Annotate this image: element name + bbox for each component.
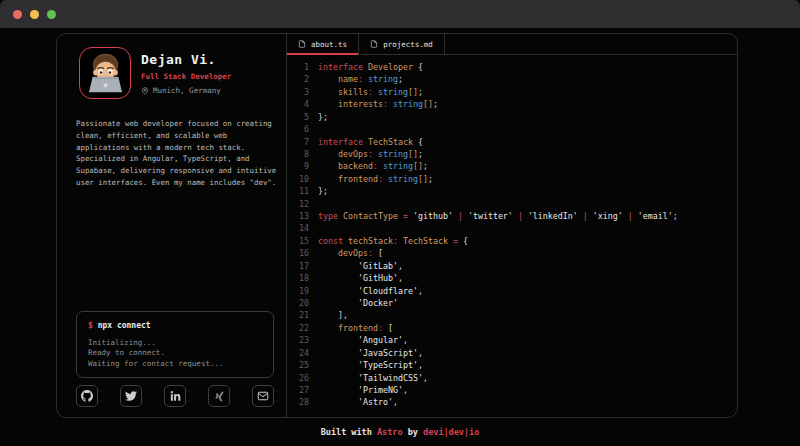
code-line: 9 backend: string[];: [287, 160, 737, 172]
code-line: 7interface TechStack {: [287, 136, 737, 148]
line-number: 17: [287, 260, 309, 272]
code-tokens: 'JavaScript',: [318, 347, 423, 359]
code-tokens: interface Developer {: [318, 61, 423, 73]
footer-text-part: Built with: [321, 427, 377, 437]
line-number: 14: [287, 222, 309, 234]
file-icon: [298, 39, 306, 49]
code-line: 10 frontend: string[];: [287, 173, 737, 185]
code-line: 8 devOps: string[];: [287, 148, 737, 160]
terminal-prompt: $: [88, 321, 93, 330]
close-window-icon[interactable]: [13, 10, 22, 19]
code-tokens: type ContactType = 'github' | 'twitter' …: [318, 210, 678, 222]
line-number: 21: [287, 309, 309, 321]
xing-button[interactable]: [208, 385, 230, 407]
terminal-output-line: Waiting for contact request...: [88, 359, 262, 369]
avatar: [79, 47, 131, 99]
line-number: 5: [287, 111, 309, 123]
terminal-output-line: Ready to connect.: [88, 348, 262, 358]
footer-link[interactable]: devi|dev|io: [423, 427, 479, 437]
line-number: 20: [287, 297, 309, 309]
line-number: 19: [287, 285, 309, 297]
maximize-window-icon[interactable]: [47, 10, 56, 19]
code-area: 1interface Developer {2 name: string;3 s…: [287, 55, 737, 417]
bio-line: Passionate web developer focused on crea…: [76, 118, 274, 130]
code-tokens: devOps: [: [318, 247, 383, 259]
code-line: 26 'TailwindCSS',: [287, 372, 737, 384]
github-icon: [81, 390, 93, 402]
twitter-button[interactable]: [120, 385, 142, 407]
line-number: 6: [287, 123, 309, 135]
bio-text: Passionate web developer focused on crea…: [76, 118, 274, 189]
bio-line: Supabase, delivering responsive and intu…: [76, 165, 274, 177]
bio-line: applications with a modern tech stack.: [76, 142, 274, 154]
profile-role: Full Stack Developer: [141, 72, 231, 81]
tab-label: projects.md: [383, 40, 433, 49]
line-number: 3: [287, 86, 309, 98]
code-line: 28 'Astro',: [287, 396, 737, 408]
code-tokens: devOps: string[];: [318, 148, 423, 160]
linkedin-icon: [170, 391, 181, 402]
connect-terminal: $ npx connect Initializing...Ready to co…: [76, 311, 274, 378]
terminal-output: Initializing...Ready to connect.Waiting …: [88, 338, 262, 369]
code-tokens: name: string;: [318, 73, 403, 85]
editor-tabbar: about.tsprojects.md: [287, 34, 737, 55]
code-line: 11};: [287, 185, 737, 197]
code-line: 12: [287, 198, 737, 210]
line-number: 8: [287, 148, 309, 160]
line-number: 4: [287, 98, 309, 110]
twitter-icon: [125, 390, 137, 402]
line-number: 13: [287, 210, 309, 222]
code-line: 21 ],: [287, 309, 737, 321]
footer-text: Built with Astro by devi|dev|io: [321, 427, 480, 437]
line-number: 10: [287, 173, 309, 185]
code-line: 22 frontend: [: [287, 322, 737, 334]
line-number: 27: [287, 384, 309, 396]
code-line: 6: [287, 123, 737, 135]
code-line: 4 interests: string[];: [287, 98, 737, 110]
profile-header: Dejan Vi. Full Stack Developer Munich, G…: [76, 47, 274, 99]
file-icon: [370, 39, 378, 49]
footer-link[interactable]: Astro: [377, 427, 403, 437]
xing-icon: [214, 391, 225, 402]
portfolio-card: Dejan Vi. Full Stack Developer Munich, G…: [56, 33, 738, 418]
code-tokens: skills: string[];: [318, 86, 423, 98]
minimize-window-icon[interactable]: [30, 10, 39, 19]
code-line: 19 'Cloudflare',: [287, 285, 737, 297]
sidebar-spacer: [76, 189, 274, 311]
line-number: 23: [287, 334, 309, 346]
code-tokens: 'GitHub',: [318, 272, 403, 284]
code-tokens: interface TechStack {: [318, 136, 423, 148]
footer-text-part: by: [403, 427, 423, 437]
email-button[interactable]: [252, 385, 274, 407]
line-number: 11: [287, 185, 309, 197]
tab-about.ts[interactable]: about.ts: [287, 34, 359, 54]
tab-projects.md[interactable]: projects.md: [359, 34, 445, 54]
line-number: 25: [287, 359, 309, 371]
code-tokens: };: [318, 185, 328, 197]
code-tokens: 'TailwindCSS',: [318, 372, 428, 384]
bio-line: user interfaces. Even my name includes "…: [76, 177, 274, 189]
social-row: [76, 385, 274, 409]
linkedin-button[interactable]: [164, 385, 186, 407]
window-titlebar: [0, 0, 800, 28]
code-tokens: 'Astro',: [318, 396, 398, 408]
line-number: 28: [287, 396, 309, 408]
bio-line: Specialized in Angular, TypeScript, and: [76, 153, 274, 165]
profile-sidebar: Dejan Vi. Full Stack Developer Munich, G…: [57, 34, 287, 417]
code-tokens: backend: string[];: [318, 160, 428, 172]
code-line: 1interface Developer {: [287, 61, 737, 73]
line-number: 18: [287, 272, 309, 284]
email-icon: [257, 390, 269, 402]
footer: Built with Astro by devi|dev|io: [0, 418, 800, 446]
github-button[interactable]: [76, 385, 98, 407]
line-number: 24: [287, 347, 309, 359]
line-number: 26: [287, 372, 309, 384]
code-tokens: interests: string[];: [318, 98, 438, 110]
code-tokens: 'Angular',: [318, 334, 408, 346]
line-number: 16: [287, 247, 309, 259]
code-line: 5};: [287, 111, 737, 123]
code-tokens: };: [318, 111, 328, 123]
code-tokens: ],: [318, 309, 348, 321]
terminal-command-line: $ npx connect: [88, 321, 262, 330]
code-line: 18 'GitHub',: [287, 272, 737, 284]
